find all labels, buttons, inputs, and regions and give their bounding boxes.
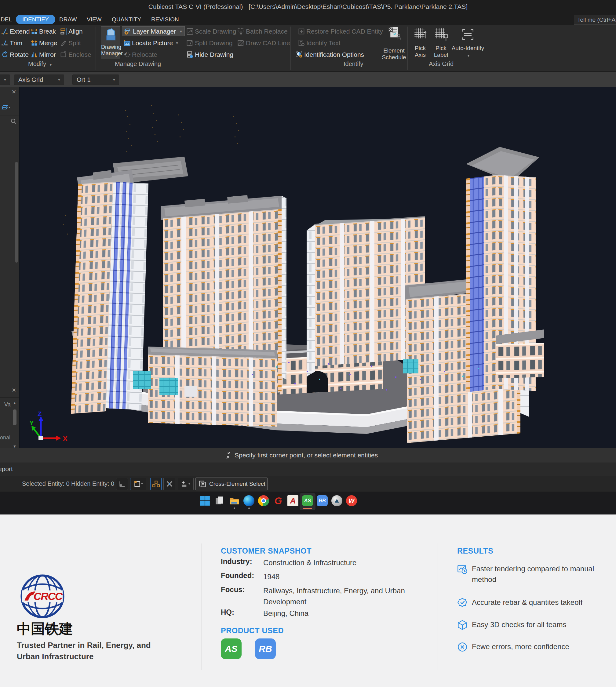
batch-replace-button[interactable]: Batch Replace bbox=[237, 27, 288, 36]
drawing-manager-button[interactable]: DrawingManager▼ bbox=[101, 26, 120, 59]
tas-taskbar-item[interactable]: AS bbox=[302, 495, 313, 506]
svg-text:X: X bbox=[63, 435, 67, 442]
focus-row: Focus:Railways, Infrastructure, Energy, … bbox=[221, 585, 434, 607]
selection-box-button[interactable] bbox=[130, 478, 146, 490]
layer-manager-button[interactable]: Layer Manager▼ bbox=[122, 26, 185, 36]
corner-point-icon bbox=[225, 451, 233, 459]
split-button[interactable]: Split bbox=[60, 39, 81, 48]
enclose-button[interactable]: Enclose bbox=[60, 50, 91, 59]
relocate-icon bbox=[124, 51, 131, 58]
cross-element-icon bbox=[199, 480, 206, 488]
align-button[interactable]: Align bbox=[60, 27, 83, 36]
panel-close-icon[interactable]: ✕ bbox=[12, 89, 16, 95]
ortho-toggle-button[interactable] bbox=[116, 478, 128, 490]
crcc-chinese-name: 中国铁建 bbox=[17, 620, 73, 639]
identification-options-button[interactable]: Identification Options bbox=[295, 50, 364, 59]
pick-label-button[interactable]: PickLabel bbox=[431, 27, 451, 58]
edge-browser-icon[interactable] bbox=[243, 495, 255, 506]
auto-identify-button[interactable]: Auto-Identify▼ bbox=[452, 27, 484, 59]
draw-cad-line-button[interactable]: Draw CAD Line bbox=[237, 39, 290, 48]
svg-text:CRCC: CRCC bbox=[34, 590, 63, 602]
rotate-icon bbox=[1, 51, 8, 58]
deselect-button[interactable] bbox=[163, 478, 175, 490]
pick-axis-button[interactable]: PickAxis bbox=[411, 27, 430, 58]
window-titlebar: Cubicost TAS C-VI (Professional) - [C:\U… bbox=[0, 0, 616, 14]
building-model: Z Y X bbox=[20, 87, 616, 448]
element-schedule-button[interactable]: ElementSchedule bbox=[380, 26, 408, 61]
industry-row: Industry:Construction & Infrastructure bbox=[221, 557, 440, 568]
menu-view[interactable]: VIEW bbox=[87, 14, 102, 25]
identification-options-icon bbox=[295, 51, 303, 58]
window-title: Cubicost TAS C-VI (Professional) - [C:\U… bbox=[0, 3, 616, 10]
identify-text-button[interactable]: Identify Text bbox=[298, 39, 340, 48]
report-tab[interactable]: eport bbox=[0, 465, 13, 473]
identify-text-icon bbox=[298, 39, 305, 47]
menu-draw[interactable]: DRAW bbox=[59, 14, 76, 25]
element-tree-button[interactable] bbox=[150, 478, 161, 490]
autocad-icon[interactable]: A bbox=[287, 495, 299, 506]
product-used-heading: PRODUCT USED bbox=[221, 626, 284, 635]
panel2-scroll-up[interactable]: ▲ bbox=[13, 401, 17, 405]
windows-start-icon[interactable] bbox=[199, 495, 211, 506]
svg-text:Z: Z bbox=[38, 410, 42, 418]
menu-model[interactable]: DEL bbox=[1, 14, 12, 25]
panel2-close-icon[interactable]: ✕ bbox=[12, 387, 16, 394]
restore-picked-cad-button[interactable]: Restore Picked CAD Entity bbox=[298, 27, 383, 36]
menu-revision[interactable]: REVISION bbox=[151, 14, 179, 25]
element-schedule-icon bbox=[387, 26, 401, 45]
panel2-va-label: Va bbox=[4, 401, 11, 408]
trb-taskbar-item[interactable]: RB bbox=[317, 495, 328, 506]
pick-label-icon bbox=[434, 27, 448, 42]
batch-replace-icon bbox=[237, 28, 245, 35]
add-selection-button[interactable] bbox=[178, 478, 194, 490]
ribbon: Extend Break Align Trim Merge Split Rota… bbox=[0, 25, 616, 72]
hint-text: Specify first corner point, or select el… bbox=[235, 451, 378, 459]
model-viewport[interactable]: Z Y X bbox=[20, 87, 616, 448]
trim-button[interactable]: Trim bbox=[1, 39, 22, 48]
panel-layers-icon[interactable] bbox=[1, 104, 11, 111]
hide-drawing-button[interactable]: Hide Drawing bbox=[186, 50, 233, 59]
cross-element-select-button[interactable]: Cross-Element Select bbox=[195, 478, 267, 490]
panel-search-icon[interactable] bbox=[10, 118, 17, 125]
rotate-button[interactable]: Rotate bbox=[1, 50, 29, 59]
panel-scrollbar[interactable] bbox=[15, 162, 18, 263]
menu-quantity[interactable]: QUANTITY bbox=[112, 14, 141, 25]
crcc-tagline: Trusted Partner in Rail, Energy, and Urb… bbox=[17, 640, 151, 662]
glodon-app-icon[interactable]: G bbox=[273, 495, 284, 506]
status-bar: Selected Entity: 0 Hidden Entity: 0 Cros… bbox=[0, 476, 616, 492]
left-cut-dropdown[interactable]: ▼ bbox=[0, 74, 10, 85]
axis-grid-dropdown[interactable]: Axis Grid▼ bbox=[14, 74, 64, 85]
manage-drawing-group-label: Manage Drawing bbox=[115, 61, 161, 67]
windows-taskbar: G A AS RB W bbox=[0, 492, 616, 514]
scale-drawing-button[interactable]: Scale Drawing bbox=[186, 27, 236, 36]
split-drawing-button[interactable]: Split Drawing bbox=[186, 39, 233, 48]
hidden-entity-count: Hidden Entity: 0 bbox=[71, 480, 114, 487]
selected-entity-count: Selected Entity: 0 bbox=[22, 480, 70, 487]
wps-icon[interactable]: W bbox=[346, 495, 357, 506]
panel2-scroll-down[interactable]: ▼ bbox=[13, 444, 17, 448]
merge-icon bbox=[30, 39, 38, 47]
chrome-browser-icon[interactable] bbox=[258, 495, 269, 506]
scale-drawing-icon bbox=[186, 28, 194, 35]
result-item-3: Easy 3D checks for all teams bbox=[457, 619, 605, 630]
case-study-section: CRCC 中国铁建 Trusted Partner in Rail, Energ… bbox=[0, 514, 616, 687]
locate-picture-button[interactable]: Locate Picture▼ bbox=[124, 39, 179, 48]
mirror-button[interactable]: Mirror bbox=[30, 50, 56, 59]
tendering-chart-icon bbox=[457, 564, 467, 574]
customer-snapshot-heading: CUSTOMER SNAPSHOT bbox=[221, 547, 311, 555]
axis-grid-group-label: Axis Grid bbox=[429, 61, 454, 67]
extend-button[interactable]: Extend bbox=[1, 27, 30, 36]
folder-icon[interactable] bbox=[229, 495, 240, 506]
draw-cad-line-icon bbox=[237, 39, 245, 47]
panel2-scrollbar[interactable] bbox=[13, 409, 17, 425]
align-icon bbox=[60, 28, 67, 35]
file-explorer-preview-icon[interactable] bbox=[214, 495, 225, 506]
menu-identify[interactable]: IDENTIFY bbox=[16, 15, 55, 24]
tellme-search-input[interactable]: Tell me (Ctrl+Alt bbox=[574, 15, 616, 24]
cube-3d-icon bbox=[457, 620, 467, 630]
break-button[interactable]: Break bbox=[30, 27, 56, 36]
ort-dropdown[interactable]: Ort-1▼ bbox=[72, 74, 119, 85]
sphere-app-icon[interactable] bbox=[331, 495, 343, 506]
relocate-button[interactable]: Relocate bbox=[124, 50, 157, 59]
merge-button[interactable]: Merge bbox=[30, 39, 58, 48]
